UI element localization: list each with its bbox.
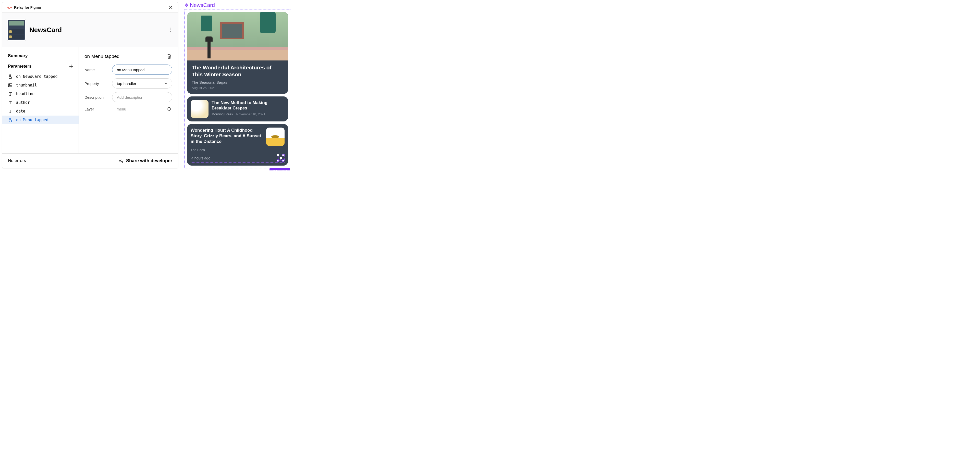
component-thumbnail [7,19,26,41]
svg-point-1 [170,29,170,30]
detail-title: on Menu tapped [84,54,119,59]
close-icon [169,5,173,10]
row-image [191,100,208,118]
component-menu-button[interactable] [167,27,173,33]
svg-point-11 [280,159,281,160]
parameter-label: on Menu tapped [16,117,48,122]
row-author: Morning Break [212,112,233,116]
frame-label[interactable]: NewsCard [184,2,291,8]
layer-label: Layer [84,107,108,111]
parameter-label: thumbnail [16,83,37,87]
chevron-down-icon [164,83,167,84]
svg-point-5 [168,107,171,111]
third-author: The Bees [191,148,285,152]
panel-title: Relay for Figma [14,5,168,10]
card-row[interactable]: The New Method to Making Breakfast Crepe… [187,97,288,121]
property-field-row: Property tap-handler [84,78,172,89]
hero-image [187,12,288,60]
name-label: Name [84,68,108,72]
tap-icon [8,74,13,79]
delete-button[interactable] [166,53,172,59]
parameter-item[interactable]: on Menu tapped [2,116,79,124]
component-name: NewsCard [29,26,167,34]
parameter-item[interactable]: on NewsCard tapped [2,72,79,81]
description-field-row: Description [84,92,172,102]
parameter-list: on NewsCard tappedthumbnailheadlineautho… [2,72,79,124]
parameter-item[interactable]: author [2,98,79,107]
close-button[interactable] [168,4,174,11]
parameter-label: author [16,100,30,105]
row-date: November 10, 2021 [236,112,266,116]
frame-label-text: NewsCard [190,2,215,8]
text-icon [8,92,13,96]
name-input[interactable] [112,65,172,75]
summary-column: Summary Parameters on NewsCard tappedthu… [2,47,79,153]
selected-layer-region: 4 hours ago [191,154,285,162]
svg-rect-3 [8,84,12,87]
hero-headline: The Wonderful Architectures of This Wint… [192,64,283,78]
parameter-label: headline [16,92,35,96]
image-icon [8,83,13,87]
card-hero[interactable]: The Wonderful Architectures of This Wint… [187,12,288,94]
description-input[interactable] [112,92,172,102]
property-label: Property [84,81,108,86]
parameter-label: on NewsCard tapped [16,74,58,79]
svg-point-4 [9,84,10,85]
kebab-icon [278,156,283,161]
card-third[interactable]: Wondering Hour: A Childhood Story, Grizz… [187,124,288,165]
kebab-icon [170,27,171,32]
svg-point-10 [280,158,281,159]
component-header: NewsCard [2,13,178,47]
name-field-row: Name [84,65,172,75]
error-status: No errors [8,158,26,163]
hero-author: The Seasonal Sagas [192,80,283,84]
property-select[interactable]: tap-handler [112,78,172,89]
text-icon [8,100,13,105]
summary-heading: Summary [2,53,79,63]
parameters-heading: Parameters [8,64,32,69]
svg-point-0 [170,27,170,28]
share-button[interactable]: Share with developer [119,158,172,163]
plus-icon [69,64,73,68]
detail-column: on Menu tapped Name Property tap-handler [79,47,178,153]
parameter-label: date [16,109,25,114]
third-headline: Wondering Hour: A Childhood Story, Grizz… [191,127,263,146]
svg-point-8 [122,162,123,162]
svg-point-6 [119,160,121,161]
relay-panel: Relay for Figma NewsCard Summary Paramet… [2,2,178,168]
add-parameter-button[interactable] [68,63,75,70]
detail-header: on Menu tapped [84,53,172,59]
share-label: Share with developer [126,158,172,163]
figma-canvas: NewsCard The Wonderful Architectures of … [184,2,291,168]
share-icon [119,159,124,163]
row-headline: The New Method to Making Breakfast Crepe… [212,100,285,111]
relay-logo-icon [6,6,12,9]
third-time: 4 hours ago [191,156,210,160]
component-icon [184,3,188,7]
description-label: Description [84,95,108,100]
svg-point-2 [170,31,170,32]
panel-footer: No errors Share with developer [2,153,178,168]
pick-layer-button[interactable] [166,106,172,112]
property-value: tap-handler [117,81,136,86]
parameters-header: Parameters [2,63,79,72]
parameter-item[interactable]: thumbnail [2,81,79,90]
trash-icon [167,54,172,59]
frame-newscard[interactable]: The Wonderful Architectures of This Wint… [184,9,291,168]
svg-point-9 [280,157,281,157]
panel-header: Relay for Figma [2,2,178,13]
panel-body: Summary Parameters on NewsCard tappedthu… [2,47,178,153]
third-image [266,127,285,146]
layer-value: menu [112,107,162,111]
selection-dimensions: 24 × 24 [269,168,290,170]
layer-field-row: Layer menu [84,106,172,112]
svg-point-7 [122,159,123,160]
menu-icon-selected[interactable] [278,155,284,161]
tap-icon [8,117,13,122]
parameter-item[interactable]: headline [2,90,79,98]
text-icon [8,109,13,114]
hero-date: August 25, 2021 [192,86,283,90]
parameter-item[interactable]: date [2,107,79,116]
crosshair-icon [167,106,172,111]
